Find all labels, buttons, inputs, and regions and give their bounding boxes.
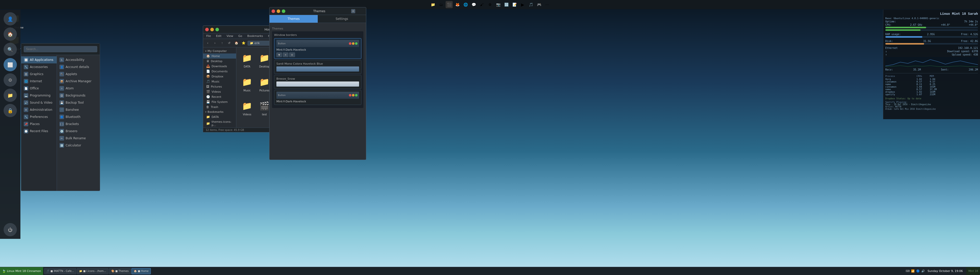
tab-settings[interactable]: Settings	[318, 15, 366, 23]
terminal-icon[interactable]: ⬛	[445, 1, 453, 8]
theme-mint-y-dark-havelock-1[interactable]: Button Mint-Y-Dark-Havelock ▼ ✕ ⚙	[274, 38, 361, 59]
app-atom[interactable]: ⚛ Atom	[57, 85, 100, 92]
text-editor-icon[interactable]: 📝	[511, 1, 518, 8]
theme-settings-btn[interactable]: ⚙	[289, 52, 295, 57]
file-item-videos[interactable]: 📁 Videos	[239, 98, 255, 117]
settings-icon[interactable]: ⚙	[487, 1, 493, 8]
up-button[interactable]: ↑	[219, 40, 225, 46]
category-accessories[interactable]: 🔧 Accessories	[21, 63, 57, 71]
file-item-data[interactable]: 📁 DATA	[239, 51, 255, 72]
tray-keyboard-icon[interactable]: ⌨	[906, 269, 910, 273]
category-sound-video[interactable]: 🔊 Sound & Video	[21, 99, 57, 106]
spotify-icon[interactable]: 🎵	[527, 1, 535, 8]
folder2-icon[interactable]: 🗂	[438, 1, 445, 8]
category-programming[interactable]: 💻 Programming	[21, 92, 57, 99]
app-brackets[interactable]: { } Brackets	[57, 120, 100, 128]
app-archive-manager[interactable]: 📦 Archive Manager	[57, 77, 100, 85]
tray-volume-icon[interactable]: 🔊	[921, 269, 925, 273]
sidebar-home[interactable]: 🏠 Home	[203, 54, 236, 58]
app-brasero[interactable]: 💿 Brasero	[57, 128, 100, 135]
sidebar-filesystem[interactable]: 💾 File System	[203, 99, 236, 104]
power-panel-btn[interactable]: ⏻	[3, 223, 17, 236]
sidebar-pictures[interactable]: 🖼 Pictures	[203, 84, 236, 89]
taskbar-app-home[interactable]: 🏠 ■ Home	[131, 268, 151, 274]
minimize-button[interactable]: −	[210, 28, 214, 31]
taskbar-app-spotify[interactable]: 🎵 ■ IMATTN - Cafe...	[44, 268, 76, 274]
menu-edit[interactable]: Edit	[215, 34, 222, 38]
tray-bluetooth-icon[interactable]: 🔵	[916, 269, 920, 273]
themes-minimize-button[interactable]: −	[277, 9, 280, 13]
bookmarks-button[interactable]: ⭐	[240, 40, 247, 46]
theme-add-btn[interactable]: ▼	[277, 52, 282, 57]
user-panel-btn[interactable]: 👤	[3, 12, 17, 25]
refresh-button[interactable]: ↺	[226, 40, 232, 46]
app-banshee[interactable]: 🎵 Banshee	[57, 106, 100, 113]
taskbar-app-filemanager[interactable]: 📁 ■ I.icons - /hom...	[77, 268, 108, 274]
themes-maximize-button[interactable]: □	[282, 9, 285, 13]
taskbar-app-themes[interactable]: 🎨 ■ Themes	[109, 268, 131, 274]
calc-icon[interactable]: 🔢	[503, 1, 510, 8]
firefox-icon[interactable]: 🦊	[454, 1, 461, 8]
chromium-icon[interactable]: 🌐	[462, 1, 469, 8]
theme-breeze-snow[interactable]: Breeze_Snow	[274, 75, 361, 89]
menu-file[interactable]: File	[205, 34, 212, 38]
sidebar-music[interactable]: 🎵 Music	[203, 79, 236, 84]
home-panel-btn[interactable]: 🏠	[3, 27, 17, 41]
close-button[interactable]: ✕	[205, 28, 209, 31]
steam-icon[interactable]: 🎮	[535, 1, 542, 8]
category-places[interactable]: 📌 Places	[21, 120, 57, 128]
file-manager-icon[interactable]: 📁	[429, 1, 436, 8]
category-administration[interactable]: ⚙ Administration	[21, 106, 57, 113]
menu-go[interactable]: Go	[237, 34, 243, 38]
themes-close-button[interactable]: ✕	[272, 9, 275, 13]
sidebar-videos[interactable]: 🎬 Videos	[203, 89, 236, 94]
file-item-music[interactable]: 📁 Music	[239, 74, 255, 96]
theme-remove-btn[interactable]: ✕	[283, 52, 288, 57]
tab-themes[interactable]: Themes	[269, 15, 318, 23]
search-panel-btn[interactable]: 🔍	[3, 43, 17, 56]
maximize-button[interactable]: □	[215, 28, 219, 31]
theme-sardi-mono[interactable]: Sardi Mono Colora Havelock Blue	[274, 60, 361, 74]
start-button[interactable]: 🍃 Linux Mint 18 Cinnamon	[0, 267, 43, 275]
bookmark-data[interactable]: 📁 DATA	[203, 114, 236, 119]
themes-settings-icon[interactable]: ⚙	[351, 9, 355, 13]
category-preferences[interactable]: 🔧 Preferences	[21, 113, 57, 120]
app-account-details[interactable]: 👤 Account details	[57, 63, 100, 71]
category-graphics[interactable]: 🖼 Graphics	[21, 71, 57, 77]
app-backup-tool[interactable]: 💾 Backup Tool	[57, 99, 100, 106]
sidebar-dropbox[interactable]: 📦 Dropbox	[203, 74, 236, 79]
category-all-applications[interactable]: ⬜ All Applications	[21, 56, 57, 63]
app-applets[interactable]: 🔌 Applets	[57, 71, 100, 77]
more-apps-icon[interactable]: ⋯	[544, 1, 551, 8]
theme-mint-y-dark-havelock-2[interactable]: Button Mint-Y-Dark-Havelock	[274, 90, 361, 105]
app-backgrounds[interactable]: 🖼 Backgrounds	[57, 92, 100, 99]
lock-panel-btn[interactable]: 🔒	[3, 104, 17, 117]
app-menu-search-input[interactable]	[24, 46, 97, 52]
folder-panel-btn[interactable]: 📁	[3, 89, 17, 102]
sidebar-recent[interactable]: 🕐 Recent	[203, 94, 236, 99]
sidebar-documents[interactable]: 📄 Documents	[203, 69, 236, 74]
home-button[interactable]: 🏠	[233, 40, 239, 46]
menu-bookmarks[interactable]: Bookmarks	[246, 34, 264, 38]
tray-network-icon[interactable]: 📶	[911, 269, 915, 273]
settings-panel-btn[interactable]: ⚙	[3, 73, 17, 87]
screenshot-icon[interactable]: 📷	[495, 1, 502, 8]
category-office[interactable]: 📄 Office	[21, 85, 57, 92]
category-internet[interactable]: 🌐 Internet	[21, 77, 57, 85]
apps-panel-btn[interactable]: ⬜	[3, 58, 17, 71]
app-calculator[interactable]: 🔢 Calculator	[57, 142, 100, 149]
menu-view[interactable]: View	[226, 34, 234, 38]
back-button[interactable]: ‹	[205, 40, 211, 46]
hexchat-icon[interactable]: 💬	[470, 1, 477, 8]
app-bulk-rename[interactable]: ✏ Bulk Rename	[57, 135, 100, 142]
bookmark-themes-icons[interactable]: 📁 themes-icons-p...	[203, 119, 236, 128]
media-player-icon[interactable]: ▶	[519, 1, 526, 8]
sidebar-desktop[interactable]: 🖥 Desktop	[203, 58, 236, 64]
forward-button[interactable]: ›	[212, 40, 218, 46]
gimp-icon[interactable]: 🖌	[478, 1, 485, 8]
app-bluetooth[interactable]: 🔵 Bluetooth	[57, 113, 100, 120]
sidebar-trash[interactable]: 🗑 Trash	[203, 104, 236, 109]
category-recent-files[interactable]: 🕐 Recent Files	[21, 128, 57, 135]
app-accessibility[interactable]: ♿ Accessibility	[57, 56, 100, 63]
sidebar-downloads[interactable]: 📥 Downloads	[203, 64, 236, 69]
